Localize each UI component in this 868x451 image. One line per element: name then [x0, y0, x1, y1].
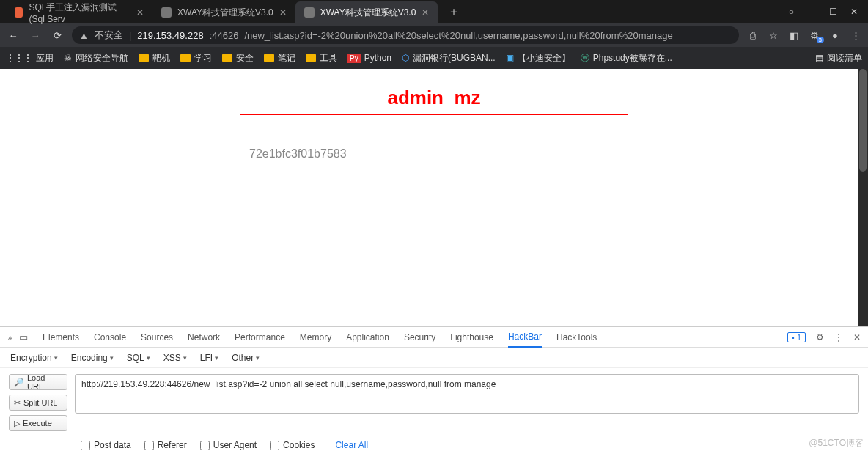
reading-list-button[interactable]: ▤阅读清单 — [815, 52, 862, 65]
devtools-tab-console[interactable]: Console — [94, 332, 126, 342]
bookmarks-bar: ⋮⋮⋮应用 ☠网络安全导航 靶机 学习 安全 笔记 工具 PyPython ⬡漏… — [0, 47, 868, 69]
encryption-menu[interactable]: Encryption▾ — [10, 353, 58, 363]
folder-icon — [139, 54, 149, 62]
devtools-panel: ⟁ ▭ Elements Console Sources Network Per… — [0, 326, 868, 451]
tab-favicon — [161, 7, 172, 18]
devtools-tab-hackbar[interactable]: HackBar — [508, 331, 542, 348]
useragent-checkbox[interactable]: User Agent — [200, 440, 257, 450]
red-underline — [240, 114, 628, 115]
load-icon: 🔎 — [14, 378, 24, 387]
cookies-checkbox[interactable]: Cookies — [270, 440, 315, 450]
apps-button[interactable]: ⋮⋮⋮应用 — [6, 52, 54, 65]
url-port: :44626 — [210, 30, 239, 41]
bookmark-item[interactable]: ⓦPhpstudy被曝存在... — [581, 52, 672, 65]
window-controls: ○ — ☐ ✕ — [779, 0, 868, 23]
devtools-tab-elements[interactable]: Elements — [43, 332, 79, 342]
tab-strip: SQL手工注入漏洞测试(Sql Serv ✕ XWAY科技管理系统V3.0 ✕ … — [0, 0, 779, 23]
browser-toolbar: ← → ⟳ ▲ 不安全 | 219.153.49.228:44626/new_l… — [0, 23, 868, 47]
star-icon[interactable]: ☆ — [767, 29, 780, 42]
badge: 3 — [817, 37, 824, 43]
scissors-icon: ✂ — [14, 398, 21, 408]
tab-favicon — [15, 7, 23, 18]
postdata-checkbox[interactable]: Post data — [81, 440, 131, 450]
load-url-button[interactable]: 🔎Load URL — [9, 374, 67, 390]
tab-0[interactable]: SQL手工注入漏洞测试(Sql Serv ✕ — [6, 1, 152, 23]
close-window-button[interactable]: ✕ — [850, 7, 858, 17]
devtools-tab-sources[interactable]: Sources — [141, 332, 173, 342]
close-devtools-icon[interactable]: ✕ — [853, 332, 861, 342]
back-button[interactable]: ← — [6, 30, 21, 41]
devtools-tab-security[interactable]: Security — [404, 332, 435, 342]
puzzle-icon[interactable]: ⚙3 — [808, 29, 821, 42]
gear-icon[interactable]: ⚙ — [816, 332, 824, 342]
lfi-menu[interactable]: LFI▾ — [200, 353, 218, 363]
minimize-button[interactable]: — — [807, 7, 816, 17]
inspect-icon[interactable]: ⟁ — [7, 331, 13, 342]
devtools-tab-performance[interactable]: Performance — [235, 332, 285, 342]
watermark: @51CTO博客 — [809, 437, 864, 450]
forward-button[interactable]: → — [28, 30, 43, 41]
bookmark-folder[interactable]: 安全 — [222, 52, 254, 65]
bookmark-folder[interactable]: 笔记 — [264, 52, 295, 65]
bookmark-folder[interactable]: 工具 — [306, 52, 337, 65]
menu-icon[interactable]: ⋮ — [849, 29, 862, 42]
devtools-tab-hacktools[interactable]: HackTools — [556, 332, 597, 342]
url-input[interactable] — [75, 374, 859, 414]
tab-2[interactable]: XWAY科技管理系统V3.0 ✕ — [295, 1, 438, 23]
devtools-tab-network[interactable]: Network — [188, 332, 220, 342]
url-path: /new_list.asp?id=-2%20union%20all%20sele… — [244, 30, 672, 41]
bilibili-icon: ▣ — [506, 53, 514, 63]
clear-all-link[interactable]: Clear All — [335, 440, 368, 450]
bug-icon: ⬡ — [402, 53, 409, 63]
maximize-button[interactable]: ☐ — [829, 7, 837, 17]
devtools-tab-lighthouse[interactable]: Lighthouse — [450, 332, 493, 342]
bookmark-item[interactable]: ▣【小迪安全】 — [506, 52, 570, 65]
hackbar-menus: Encryption▾ Encoding▾ SQL▾ XSS▾ LFI▾ Oth… — [0, 348, 868, 368]
close-icon[interactable]: ✕ — [279, 7, 287, 18]
tab-label: XWAY科技管理系统V3.0 — [177, 7, 273, 19]
page-heading: admin_mz — [0, 87, 868, 109]
skull-icon: ☠ — [64, 53, 72, 63]
record-icon[interactable]: ○ — [789, 7, 794, 17]
folder-icon — [222, 54, 232, 62]
xss-menu[interactable]: XSS▾ — [163, 353, 187, 363]
encoding-menu[interactable]: Encoding▾ — [71, 353, 114, 363]
bookmark-item[interactable]: PyPython — [347, 53, 391, 63]
tab-label: XWAY科技管理系统V3.0 — [320, 7, 416, 19]
more-icon[interactable]: ⋮ — [834, 332, 843, 342]
bookmark-item[interactable]: ☠网络安全导航 — [64, 52, 128, 65]
close-icon[interactable]: ✕ — [422, 7, 429, 18]
new-tab-button[interactable]: ＋ — [444, 1, 464, 22]
tab-1[interactable]: XWAY科技管理系统V3.0 ✕ — [152, 1, 295, 23]
vertical-scrollbar[interactable] — [858, 69, 868, 326]
titlebar: SQL手工注入漏洞测试(Sql Serv ✕ XWAY科技管理系统V3.0 ✕ … — [0, 0, 868, 23]
bookmark-folder[interactable]: 靶机 — [139, 52, 170, 65]
reload-button[interactable]: ⟳ — [50, 30, 65, 41]
hackbar-options: Post data Referer User Agent Cookies Cle… — [0, 437, 868, 451]
other-menu[interactable]: Other▾ — [232, 353, 260, 363]
translate-icon[interactable]: ⎙ — [746, 29, 760, 42]
avatar-icon[interactable]: ● — [828, 29, 842, 42]
extension-icon[interactable]: ◧ — [787, 29, 801, 42]
folder-icon — [306, 54, 316, 62]
list-icon: ▤ — [815, 53, 823, 63]
wordpress-icon: ⓦ — [581, 52, 589, 65]
sql-menu[interactable]: SQL▾ — [127, 353, 150, 363]
referer-checkbox[interactable]: Referer — [144, 440, 187, 450]
scrollbar-thumb[interactable] — [859, 69, 867, 172]
bookmark-folder[interactable]: 学习 — [180, 52, 212, 65]
devtools-tab-application[interactable]: Application — [346, 332, 389, 342]
address-bar[interactable]: ▲ 不安全 | 219.153.49.228:44626/new_list.as… — [72, 26, 739, 44]
devtools-tabs: ⟁ ▭ Elements Console Sources Network Per… — [0, 327, 868, 348]
execute-button[interactable]: ▷Execute — [9, 415, 67, 431]
folder-icon — [264, 54, 274, 62]
url-host: 219.153.49.228 — [137, 30, 203, 41]
device-icon[interactable]: ▭ — [19, 331, 28, 342]
split-url-button[interactable]: ✂Split URL — [9, 395, 67, 411]
bookmark-item[interactable]: ⬡漏洞银行(BUGBAN... — [402, 52, 496, 65]
tab-favicon — [304, 7, 315, 18]
python-icon: Py — [347, 54, 361, 63]
close-icon[interactable]: ✕ — [136, 7, 144, 18]
devtools-tab-memory[interactable]: Memory — [300, 332, 331, 342]
message-count[interactable]: ▪1 — [787, 332, 806, 342]
